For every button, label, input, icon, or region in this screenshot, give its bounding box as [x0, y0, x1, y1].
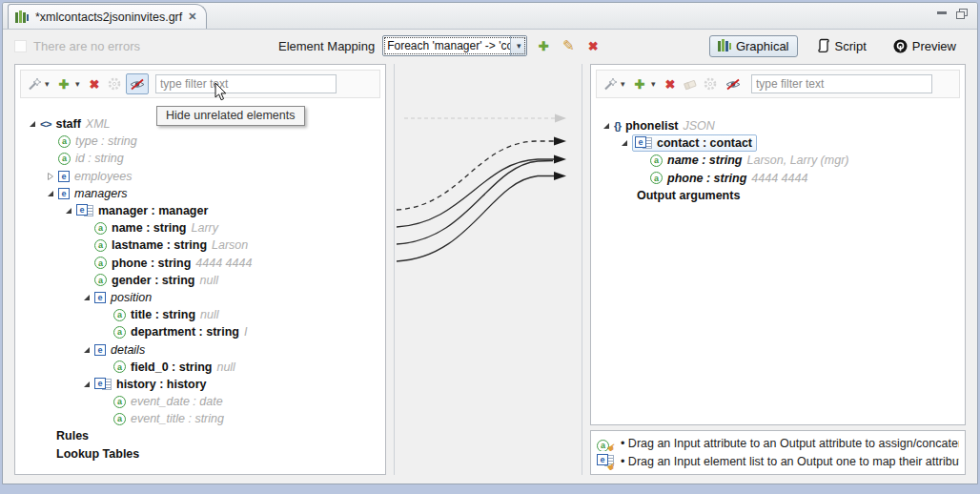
- attribute-icon: a: [94, 257, 107, 269]
- node-label: id : string: [75, 152, 124, 165]
- chevron-down-icon[interactable]: ▾: [510, 36, 526, 55]
- preview-view-button[interactable]: Preview: [886, 36, 964, 56]
- hide-unrelated-button[interactable]: [722, 75, 745, 93]
- add-dropdown-icon[interactable]: ▾: [651, 79, 659, 89]
- tree-row-employees[interactable]: e employees: [15, 168, 385, 185]
- settings-gear-icon[interactable]: [106, 75, 123, 93]
- graphical-icon: [718, 39, 731, 52]
- expander-collapsed-icon[interactable]: [43, 173, 58, 180]
- expander-expanded-icon[interactable]: [61, 207, 76, 215]
- edit-mapping-button[interactable]: ✎: [560, 37, 577, 54]
- tree-row-type[interactable]: a type : string: [15, 133, 385, 150]
- tree-row-name[interactable]: a name : string Larry: [15, 219, 385, 237]
- mouse-cursor-icon: [214, 83, 228, 102]
- auto-map-wand-icon[interactable]: [601, 75, 618, 93]
- node-label: contact : contact: [657, 136, 752, 150]
- tree-row-managers[interactable]: e managers: [15, 185, 385, 202]
- element-icon: e: [94, 292, 106, 303]
- node-label: gender : string: [112, 274, 195, 287]
- tree-row-position[interactable]: e position: [15, 289, 385, 306]
- tree-row-lookup-tables[interactable]: Lookup Tables: [15, 445, 385, 463]
- hide-unrelated-button[interactable]: [126, 73, 149, 94]
- minimize-view-icon[interactable]: [937, 10, 948, 18]
- status-indicator-box: [14, 40, 27, 52]
- output-tree-panel: ▾ ✚ ▾ ✖ {} phonelist JSON: [590, 64, 966, 425]
- tree-row-out-name[interactable]: a name : string Larson, Larry (mgr): [591, 152, 965, 169]
- tree-row-out-phone[interactable]: a phone : string 4444 4444: [591, 170, 965, 187]
- node-suffix: JSON: [684, 119, 715, 133]
- eraser-icon[interactable]: [682, 75, 699, 93]
- tree-row-contact[interactable]: e contact : contact: [591, 134, 965, 152]
- expander-expanded-icon[interactable]: [617, 139, 632, 147]
- script-view-button[interactable]: Script: [809, 35, 874, 56]
- remove-node-button[interactable]: ✖: [86, 75, 103, 93]
- tree-row-lastname[interactable]: a lastname : string Larson: [15, 237, 385, 254]
- node-value: Larson, Larry (mgr): [747, 154, 849, 167]
- node-value: Larson: [212, 238, 248, 252]
- tree-row-history[interactable]: e history : history: [15, 376, 385, 393]
- node-value: 4444 4444: [751, 172, 807, 185]
- attribute-icon: a: [58, 135, 71, 148]
- node-label: name : string: [667, 154, 743, 167]
- expander-expanded-icon[interactable]: [79, 346, 94, 354]
- add-mapping-button[interactable]: ✚: [535, 37, 552, 54]
- preview-icon: [893, 39, 908, 53]
- tree-row-phone[interactable]: a phone : string 4444 4444: [15, 255, 385, 272]
- node-label: name : string: [112, 221, 187, 235]
- editor-tab[interactable]: *xmlcontacts2jsoninvites.grf ✕: [8, 4, 207, 29]
- tree-row-manager[interactable]: e manager : manager: [15, 202, 385, 219]
- wand-dropdown-icon[interactable]: ▾: [621, 79, 628, 89]
- tree-row-details[interactable]: e details: [15, 340, 385, 358]
- add-node-button[interactable]: ✚: [55, 75, 72, 93]
- element-list-icon: e: [76, 204, 93, 217]
- editor-tab-bar: *xmlcontacts2jsoninvites.grf ✕: [3, 3, 977, 30]
- wand-dropdown-icon[interactable]: ▾: [45, 79, 52, 89]
- node-label: phone : string: [112, 257, 191, 270]
- tree-row-event-date[interactable]: a event_date : date: [15, 393, 385, 410]
- tree-row-event-title[interactable]: a event_title : string: [15, 410, 385, 427]
- add-node-button[interactable]: ✚: [631, 75, 648, 93]
- attribute-icon: a: [113, 360, 126, 373]
- output-panel-toolbar: ▾ ✚ ▾ ✖: [596, 70, 960, 98]
- attribute-icon: a: [650, 172, 663, 184]
- expander-expanded-icon[interactable]: [79, 381, 94, 388]
- delete-mapping-button[interactable]: ✖: [584, 37, 602, 54]
- restore-view-icon[interactable]: [956, 9, 968, 19]
- input-filter-field[interactable]: [155, 74, 337, 93]
- clover-file-icon: [15, 10, 30, 24]
- selected-node[interactable]: e contact : contact: [632, 134, 757, 152]
- tree-row-id[interactable]: a id : string: [15, 150, 385, 167]
- add-dropdown-icon[interactable]: ▾: [75, 79, 83, 89]
- tree-row-title[interactable]: a title : string null: [15, 306, 385, 323]
- node-label: field_0 : string: [131, 360, 212, 374]
- tab-close-icon[interactable]: ✕: [188, 10, 196, 23]
- tree-row-field0[interactable]: a field_0 : string null: [15, 359, 385, 376]
- mapping-select[interactable]: Foreach 'manager' -> 'contac ▾: [382, 35, 527, 56]
- tree-row-output-arguments[interactable]: Output arguments: [591, 187, 965, 204]
- tree-row-phonelist[interactable]: {} phonelist JSON: [591, 117, 965, 134]
- output-filter-field[interactable]: [751, 74, 932, 93]
- attribute-icon: a: [58, 153, 71, 165]
- mapping-canvas[interactable]: [394, 64, 582, 475]
- expander-expanded-icon[interactable]: [43, 190, 58, 197]
- attribute-icon: a: [113, 413, 126, 425]
- node-value: null: [216, 360, 235, 374]
- expander-expanded-icon[interactable]: [25, 120, 40, 128]
- help-text: • Drag an Input element list to an Outpu…: [621, 455, 959, 468]
- tooltip: Hide unrelated elements: [156, 106, 305, 126]
- error-status: There are no errors: [14, 39, 140, 53]
- tree-row-department[interactable]: a department : string I: [15, 323, 385, 340]
- graphical-view-button[interactable]: Graphical: [709, 35, 798, 57]
- expander-expanded-icon[interactable]: [599, 122, 614, 130]
- node-value: null: [200, 308, 218, 321]
- settings-gear-icon[interactable]: [702, 75, 719, 93]
- tree-row-rules[interactable]: Rules: [15, 427, 385, 444]
- tree-row-gender[interactable]: a gender : string null: [15, 272, 385, 289]
- node-label: history : history: [116, 378, 206, 391]
- remove-node-button[interactable]: ✖: [662, 75, 679, 93]
- mapping-arrow-manager-contact: [397, 137, 566, 211]
- script-icon: [817, 38, 830, 53]
- auto-map-wand-icon[interactable]: [25, 75, 42, 93]
- node-label: phone : string: [667, 172, 746, 185]
- expander-expanded-icon[interactable]: [79, 294, 94, 301]
